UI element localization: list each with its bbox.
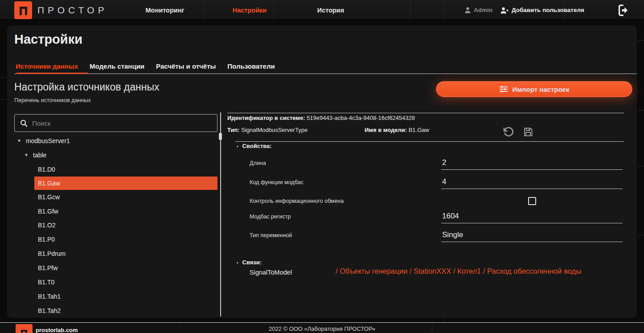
caret-down-icon[interactable]: ▾ [16, 138, 22, 144]
tree-node[interactable]: ▾modbusServer1 [14, 134, 217, 148]
tab-3[interactable]: Расчёты и отчёты [155, 62, 217, 74]
system-id-label: Идентификатор в системе: [227, 115, 305, 121]
tree-node[interactable]: B1.Tah1 [34, 289, 217, 304]
nav-divider [273, 0, 274, 20]
link-name: SignalToModel [250, 269, 292, 276]
details-top-line [227, 113, 624, 113]
tree-node-label: B1.Tah1 [38, 293, 61, 300]
type-label: Тип: [227, 127, 240, 133]
tree-node[interactable]: B1.Pdrum [34, 247, 217, 261]
nav-item-3[interactable]: История [317, 0, 345, 20]
search-box [14, 114, 217, 132]
import-settings-button[interactable]: Импорт настроек [436, 81, 632, 97]
tree-node[interactable]: B1.Tah2 [34, 304, 217, 318]
brand-wordmark: ПРОСТОР [37, 5, 108, 16]
page-title: Настройки [14, 32, 82, 47]
search-icon [20, 119, 28, 127]
tab-1[interactable]: Источники данных [14, 62, 79, 74]
tree-node[interactable]: B1.Gcw [34, 190, 217, 204]
nav-add-user-label: Добавить пользователя [512, 7, 584, 13]
nav-user-label: Admin [474, 7, 492, 13]
properties-heading-label: Свойства: [242, 143, 272, 149]
user-plus-icon [500, 7, 509, 14]
undo-button[interactable] [503, 126, 514, 138]
nav-item-1[interactable]: Мониторинг [146, 0, 185, 20]
property-label: Длина [250, 154, 266, 173]
tree-node-label: B1.Gaw [38, 180, 60, 187]
properties-heading: •Свойства: [237, 143, 272, 149]
property-input[interactable] [441, 154, 623, 169]
tree-node-label: B1.Tah2 [38, 307, 61, 314]
caret-down-icon[interactable]: ▾ [23, 152, 29, 158]
save-button[interactable] [523, 127, 534, 138]
model-name-label: Имя в модели: [365, 127, 407, 133]
bg-artifact-line [0, 77, 7, 78]
property-row: Тип переменной [227, 226, 624, 245]
tree-node-label: B1.Pfw [38, 264, 57, 271]
bullet-icon: • [237, 144, 238, 149]
tree-node[interactable]: B1.P0 [34, 232, 217, 247]
tree-node-label: B1.O2 [38, 222, 56, 229]
footer-logo-icon [16, 324, 33, 333]
logout-icon [617, 4, 631, 17]
bg-artifact-line [180, 318, 181, 322]
link-path-breadcrumb[interactable]: / Объекты генерации / StationXXX / Котел… [336, 267, 581, 275]
property-label: Модбас регистр [250, 207, 291, 226]
footer-copyright: 2022 © ООО «Лаборатория ПРОСТОР» [0, 325, 644, 332]
brand-logo[interactable]: ПРОСТОР [14, 1, 108, 19]
bg-artifact-line [637, 235, 644, 235]
tree-node[interactable]: B1.D0 [34, 162, 217, 177]
tree-node[interactable]: B1.Pfw [34, 261, 217, 275]
model-name-row: Имя в модели: B1.Gaw [365, 127, 429, 133]
panel-divider [220, 112, 221, 317]
bg-artifact-line [0, 99, 7, 100]
property-input[interactable] [441, 173, 623, 189]
nav-item-2[interactable]: Настройки [233, 0, 267, 20]
app-root: ПРОСТОР МониторингНастройкиИстория Admin… [0, 0, 644, 333]
search-input[interactable] [32, 119, 212, 127]
system-id-row: Идентификатор в системе: 519e9443-acba-4… [227, 115, 415, 121]
undo-icon [503, 126, 514, 138]
links-heading-label: Связи: [242, 259, 262, 266]
section-subtitle: Перечень источников данных [14, 97, 91, 103]
property-label: Код функции модбас [250, 173, 304, 192]
sliders-icon [499, 86, 508, 93]
tree-node[interactable]: B1.Gaw [34, 177, 217, 190]
logo-icon [14, 1, 32, 19]
property-input-cell [441, 226, 623, 242]
tree-node[interactable]: B1.O2 [34, 218, 217, 232]
bg-artifact-line [637, 166, 644, 166]
tree-node-label: modbusServer1 [26, 137, 70, 144]
bg-artifact-line [637, 110, 644, 111]
data-sources-tree: ▾modbusServer1▾tableB1.D0B1.GawB1.GcwB1.… [14, 134, 217, 318]
system-id-value: 519e9443-acba-4c3a-9408-16cf62454328 [307, 115, 415, 121]
nav-user-admin[interactable]: Admin [464, 0, 492, 20]
type-row: Тип: SignalModbusServerType [227, 127, 308, 133]
property-label: Тип переменной [250, 226, 292, 245]
tree-node[interactable]: B1.T0 [34, 275, 217, 289]
logout-button[interactable] [617, 4, 631, 17]
tree-node[interactable]: B1.Gfw [34, 204, 217, 218]
save-icon [523, 127, 533, 137]
property-input[interactable] [441, 226, 623, 242]
nav-add-user-button[interactable]: Добавить пользователя [500, 0, 584, 20]
tab-2[interactable]: Модель станции [88, 62, 146, 74]
property-input[interactable] [441, 207, 623, 223]
property-row: Модбас регистр [227, 207, 624, 226]
tree-node-label: B1.P0 [38, 236, 55, 243]
bullet-icon: • [237, 260, 238, 265]
nav-divider [204, 0, 204, 20]
tree-node[interactable]: ▾table [14, 148, 217, 162]
tabs-underline [14, 74, 637, 74]
tab-4[interactable]: Пользователи [226, 62, 276, 74]
tree-node-label: B1.T0 [38, 279, 54, 286]
tree-node-label: B1.D0 [38, 166, 55, 173]
footer-site-link[interactable]: prostorlab.com [36, 327, 78, 333]
tree-scrollbar[interactable] [219, 133, 222, 140]
property-checkbox[interactable] [528, 197, 536, 205]
user-icon [464, 7, 471, 13]
property-input-cell [441, 154, 623, 170]
model-name-value: B1.Gaw [409, 127, 429, 133]
property-input-cell [441, 207, 623, 223]
tree-node-label: B1.Gcw [38, 193, 60, 201]
